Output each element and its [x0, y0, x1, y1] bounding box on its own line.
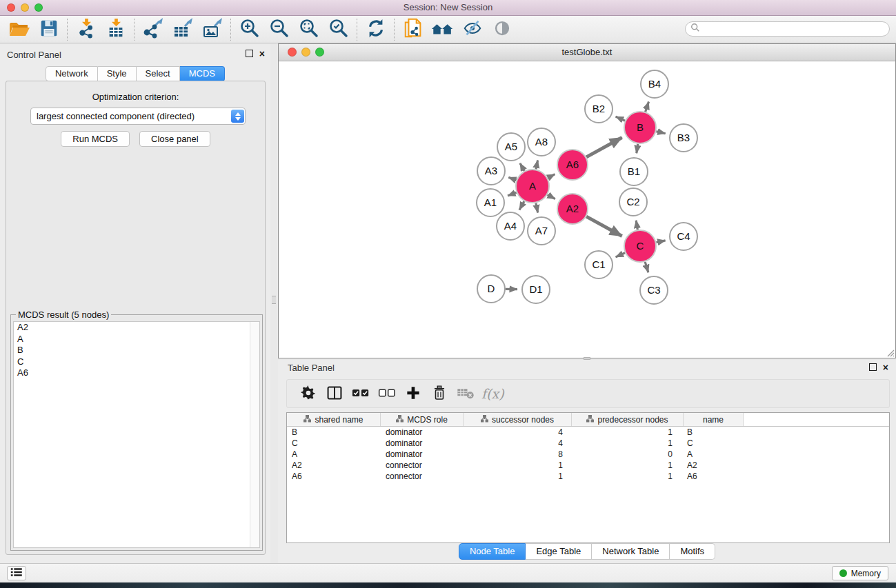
graph-node-D[interactable]: D — [477, 275, 505, 303]
graph-edge-B-B4[interactable] — [646, 102, 649, 112]
table-row[interactable]: A6connector11A6 — [287, 471, 889, 482]
tab-select[interactable]: Select — [137, 66, 180, 81]
mcds-result-item[interactable]: A — [14, 334, 259, 345]
cell-name[interactable]: A2 — [684, 460, 744, 471]
cell-MCDS-role[interactable]: connector — [381, 471, 464, 482]
cell-name[interactable]: B — [684, 427, 744, 438]
graph-node-A8[interactable]: A8 — [528, 128, 555, 156]
delete-table-button[interactable] — [452, 381, 479, 406]
zoom-fit-button[interactable] — [294, 17, 323, 42]
mcds-result-item[interactable]: B — [14, 345, 259, 356]
export-table-button[interactable] — [168, 17, 197, 42]
table-row[interactable]: A2connector11A2 — [287, 460, 889, 471]
cell-name[interactable]: A — [684, 449, 744, 460]
cell-shared-name[interactable]: A2 — [287, 460, 381, 471]
graph-edge-B-B2[interactable] — [616, 116, 626, 121]
graph-edge-C-C1[interactable] — [616, 253, 626, 257]
tab-style[interactable]: Style — [98, 66, 137, 81]
graph-node-B2[interactable]: B2 — [585, 95, 613, 123]
graph-node-B3[interactable]: B3 — [670, 124, 697, 152]
graph-edge-A-A7[interactable] — [536, 203, 538, 213]
tab-edge-table[interactable]: Edge Table — [526, 543, 592, 560]
graph-node-A[interactable]: A — [516, 170, 549, 203]
graph-edge-A-A1[interactable] — [508, 192, 517, 196]
open-session-button[interactable] — [4, 17, 34, 42]
cell-MCDS-role[interactable]: dominator — [381, 438, 464, 449]
cell-shared-name[interactable]: B — [287, 427, 381, 438]
graph-node-C[interactable]: C — [624, 230, 656, 262]
cell-name[interactable]: A6 — [684, 471, 744, 482]
column-header-successor-nodes[interactable]: successor nodes — [464, 413, 572, 426]
graph-node-A4[interactable]: A4 — [497, 212, 524, 240]
cell-predecessor-nodes[interactable]: 1 — [572, 427, 684, 438]
cell-predecessor-nodes[interactable]: 1 — [572, 438, 684, 449]
network-canvas[interactable]: B4B2BB3A8A5A6A3B1AA1C2A2A4A7C4CC1C3DD1 — [279, 61, 895, 358]
graph-edge-A-A8[interactable] — [536, 161, 538, 170]
graph-edge-C-C2[interactable] — [636, 221, 637, 230]
graph-edge-A-A2[interactable] — [548, 194, 555, 199]
mcds-result-item[interactable]: C — [14, 356, 259, 368]
graph-node-B1[interactable]: B1 — [620, 158, 648, 185]
cell-successor-nodes[interactable]: 4 — [464, 438, 572, 449]
home-view-button[interactable] — [428, 17, 457, 42]
cell-successor-nodes[interactable]: 1 — [464, 471, 572, 482]
cell-successor-nodes[interactable]: 1 — [464, 460, 572, 471]
cell-MCDS-role[interactable]: dominator — [381, 427, 464, 438]
vertical-splitter[interactable] — [270, 43, 278, 564]
cell-predecessor-nodes[interactable]: 1 — [572, 471, 684, 482]
tab-node-table[interactable]: Node Table — [459, 543, 526, 560]
float-panel-icon[interactable] — [246, 50, 253, 57]
cell-shared-name[interactable]: C — [287, 438, 381, 449]
resize-grip-icon[interactable] — [885, 347, 895, 357]
add-column-button[interactable] — [400, 381, 426, 406]
tab-network[interactable]: Network — [46, 66, 98, 81]
memory-button[interactable]: Memory — [832, 566, 888, 580]
node-table[interactable]: shared nameMCDS rolesuccessor nodesprede… — [286, 412, 890, 543]
cell-predecessor-nodes[interactable]: 1 — [572, 460, 684, 471]
zoom-in-button[interactable] — [235, 17, 264, 42]
graph-node-A2[interactable]: A2 — [557, 194, 588, 224]
cell-MCDS-role[interactable]: connector — [381, 460, 464, 471]
run-mcds-button[interactable]: Run MCDS — [61, 131, 130, 147]
splitter-grip[interactable] — [272, 296, 276, 304]
column-header-predecessor-nodes[interactable]: predecessor nodes — [572, 413, 684, 426]
graph-edge-A-A5[interactable] — [520, 163, 524, 171]
graph-node-A7[interactable]: A7 — [528, 217, 555, 245]
delete-column-button[interactable] — [426, 381, 452, 406]
graph-node-A3[interactable]: A3 — [477, 157, 505, 185]
graph-node-C4[interactable]: C4 — [670, 223, 697, 250]
show-panels-button[interactable] — [487, 17, 517, 42]
graph-edge-B-B1[interactable] — [637, 144, 638, 154]
graph-edge-C-C3[interactable] — [645, 262, 648, 272]
table-row[interactable]: Adominator80A — [287, 449, 889, 460]
hide-panels-button[interactable] — [457, 17, 487, 42]
apply-layout-button[interactable] — [361, 17, 390, 42]
deselect-all-columns-button[interactable] — [374, 381, 400, 406]
show-columns-button[interactable] — [321, 381, 348, 406]
network-window-titlebar[interactable]: testGlobe.txt — [279, 44, 895, 61]
graph-node-C1[interactable]: C1 — [585, 251, 613, 278]
graph-node-C2[interactable]: C2 — [619, 188, 647, 216]
search-field[interactable] — [685, 21, 890, 37]
graph-node-B4[interactable]: B4 — [641, 70, 668, 98]
tab-mcds[interactable]: MCDS — [180, 66, 225, 81]
graph-node-C3[interactable]: C3 — [640, 276, 668, 304]
select-all-columns-button[interactable] — [348, 381, 374, 406]
graph-node-D1[interactable]: D1 — [522, 276, 550, 303]
graph-edge-B-B3[interactable] — [656, 132, 665, 134]
graph-edge-C-C4[interactable] — [656, 241, 665, 243]
clone-network-button[interactable] — [398, 17, 428, 42]
cell-shared-name[interactable]: A — [287, 449, 381, 460]
function-builder-button[interactable]: f(x) — [481, 386, 504, 401]
graph-edge-A-A3[interactable] — [508, 177, 516, 180]
zoom-out-button[interactable] — [264, 17, 294, 42]
column-header-name[interactable]: name — [684, 413, 744, 426]
import-table-button[interactable] — [101, 17, 130, 42]
close-panel-button[interactable]: Close panel — [139, 131, 210, 147]
float-panel-icon[interactable] — [869, 363, 877, 371]
graph-edge-A2-C[interactable] — [586, 216, 622, 236]
tab-network-table[interactable]: Network Table — [592, 543, 670, 560]
zoom-selected-button[interactable] — [323, 17, 353, 42]
table-row[interactable]: Bdominator41B — [287, 427, 889, 438]
search-input[interactable] — [704, 23, 884, 35]
